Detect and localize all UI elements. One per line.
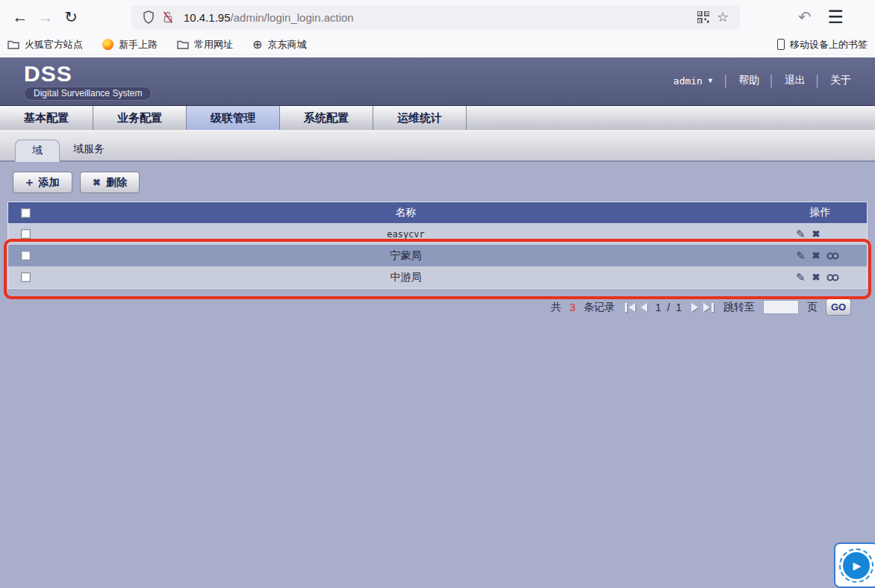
delete-icon[interactable]: ✖	[812, 272, 820, 282]
jump-label: 跳转至	[723, 301, 755, 314]
globe-icon: ⊕	[252, 39, 262, 51]
url-text[interactable]: 10.4.1.95/admin/login_login.action	[184, 11, 354, 24]
x-icon: ✖	[93, 178, 101, 187]
subtab-domain-service[interactable]: 域服务	[60, 138, 118, 160]
qr-scan-icon[interactable]	[694, 7, 713, 27]
content-area: + 添加 ✖ 删除 名称 操作 easycvr ✎ ✖	[0, 162, 875, 587]
bookmark-label: 常用网址	[194, 38, 233, 51]
sub-tab-bar: 域 域服务	[0, 130, 875, 162]
recorder-widget[interactable]: ▶	[834, 542, 875, 588]
insecure-lock-icon[interactable]	[158, 7, 178, 27]
bookmark-star-icon[interactable]: ☆	[713, 7, 732, 27]
tab-cascade-management[interactable]: 级联管理	[187, 106, 280, 130]
tab-system-config[interactable]: 系统配置	[280, 106, 373, 130]
page-info: 1 / 1	[656, 301, 683, 313]
table-row: 中游局 ✎ ✖	[8, 266, 867, 288]
bookmark-common-sites[interactable]: 常用网址	[177, 38, 233, 51]
folder-icon	[7, 40, 19, 49]
url-bar[interactable]: 10.4.1.95/admin/login_login.action ☆	[131, 5, 740, 29]
tab-ops-statistics[interactable]: 运维统计	[373, 106, 467, 130]
shield-icon[interactable]	[139, 7, 158, 27]
delete-button-label: 删除	[106, 176, 127, 190]
edit-icon[interactable]: ✎	[796, 250, 806, 261]
folder-icon	[177, 40, 189, 49]
domain-name-cell: 中游局	[38, 271, 773, 284]
url-host: 10.4.1.95	[184, 11, 231, 24]
edit-icon[interactable]: ✎	[796, 228, 806, 240]
bookmark-jd-mall[interactable]: ⊕ 京东商城	[252, 38, 306, 51]
browser-toolbar: ← → ↻ 10.4.1.95/admin/login_login.action	[0, 0, 875, 34]
bookmarks-bar: 火狐官方站点 新手上路 常用网址 ⊕ 京东商城 移动设备上的书签	[0, 34, 875, 55]
add-button-label: 添加	[38, 176, 59, 190]
ops-column-header: 操作	[773, 206, 867, 219]
add-button[interactable]: + 添加	[13, 172, 72, 193]
page-unit-label: 页	[807, 301, 818, 314]
divider: │	[768, 75, 775, 87]
recorder-play-icon: ▶	[843, 552, 870, 579]
bookmark-getting-started[interactable]: 新手上路	[102, 38, 158, 51]
row-checkbox[interactable]	[21, 272, 31, 282]
restore-history-icon[interactable]: ↶	[798, 8, 812, 26]
bookmark-label: 新手上路	[119, 38, 158, 51]
go-button[interactable]: GO	[826, 298, 851, 316]
prev-page-icon[interactable]	[641, 303, 647, 312]
bookmark-firefox-official[interactable]: 火狐官方站点	[7, 38, 83, 51]
bookmark-label: 京东商城	[267, 38, 306, 51]
mobile-device-icon	[777, 39, 785, 50]
reload-icon[interactable]: ↻	[58, 4, 84, 30]
user-menu[interactable]: admin	[673, 75, 703, 87]
main-nav-tabs: 基本配置 业务配置 级联管理 系统配置 运维统计	[0, 105, 875, 130]
tab-basic-config[interactable]: 基本配置	[0, 106, 93, 130]
table-header-row: 名称 操作	[8, 202, 867, 223]
name-column-header: 名称	[38, 206, 773, 219]
first-page-icon[interactable]	[625, 303, 635, 312]
bookmark-label: 移动设备上的书签	[790, 38, 868, 51]
delete-button[interactable]: ✖ 删除	[80, 172, 140, 193]
next-page-icon[interactable]	[691, 303, 698, 312]
menu-icon[interactable]: ☰	[828, 7, 844, 28]
firefox-icon	[102, 39, 113, 50]
forward-icon[interactable]: →	[33, 4, 58, 30]
delete-icon[interactable]: ✖	[812, 251, 820, 260]
bookmark-label: 火狐官方站点	[25, 38, 83, 51]
tab-business-config[interactable]: 业务配置	[93, 106, 187, 130]
app-logo: DSS	[24, 62, 152, 86]
table-row: easycvr ✎ ✖	[8, 223, 867, 245]
browser-window: ← → ↻ 10.4.1.95/admin/login_login.action	[0, 0, 875, 588]
divider: │	[815, 75, 821, 87]
domain-name-cell: easycvr	[38, 229, 773, 240]
chevron-down-icon[interactable]: ▼	[707, 77, 714, 84]
total-suffix: 条记录	[584, 301, 615, 314]
last-page-icon[interactable]	[703, 303, 714, 312]
jump-page-input[interactable]	[763, 300, 799, 314]
link-icon[interactable]	[826, 273, 839, 282]
link-icon[interactable]	[826, 251, 839, 260]
logout-link[interactable]: 退出	[785, 74, 806, 87]
delete-icon[interactable]: ✖	[812, 229, 820, 239]
row-checkbox[interactable]	[21, 229, 31, 239]
recorder-ring-icon: ▶	[839, 548, 874, 583]
edit-icon[interactable]: ✎	[796, 272, 806, 283]
total-count: 3	[567, 301, 579, 313]
domain-name-cell: 宁蒙局	[38, 249, 773, 263]
row-checkbox[interactable]	[21, 251, 31, 260]
total-prefix: 共	[551, 301, 561, 314]
app-subtitle: Digital Surveillance System	[24, 87, 152, 101]
plus-icon: +	[26, 176, 34, 189]
help-link[interactable]: 帮助	[738, 74, 759, 87]
select-all-checkbox[interactable]	[21, 208, 31, 218]
back-icon[interactable]: ←	[7, 4, 33, 30]
domain-table: 名称 操作 easycvr ✎ ✖ 宁蒙局 ✎ ✖	[7, 201, 868, 289]
url-path: /admin/login_login.action	[231, 11, 354, 24]
app-header: DSS Digital Surveillance System admin ▼ …	[0, 57, 875, 105]
bookmark-mobile-bookmarks[interactable]: 移动设备上的书签	[777, 38, 868, 51]
subtab-domain[interactable]: 域	[15, 140, 60, 162]
table-row: 宁蒙局 ✎ ✖	[8, 245, 867, 266]
pagination-bar: 共 3 条记录 1 / 1 跳转至 页 GO	[0, 298, 875, 316]
divider: │	[723, 75, 729, 87]
about-link[interactable]: 关于	[830, 74, 851, 87]
